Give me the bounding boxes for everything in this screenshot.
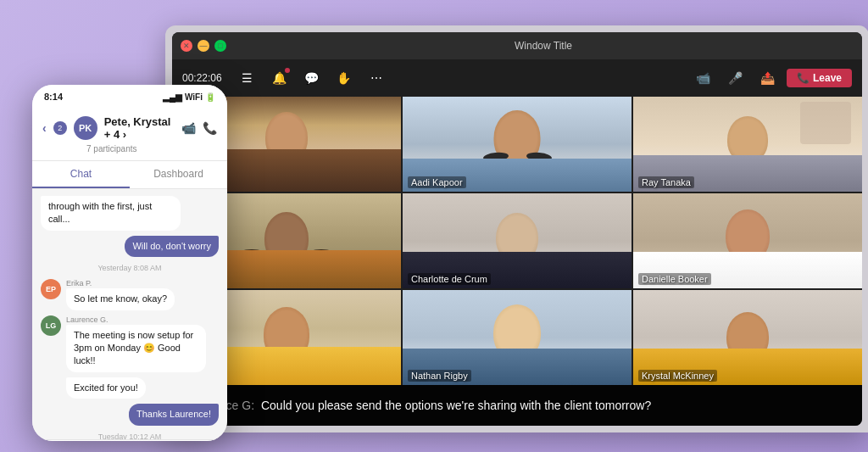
list-item: Will do, don't worry <box>41 236 219 257</box>
wifi-icon: WiFi <box>185 92 203 102</box>
chat-messages: through with the first, just call... Wil… <box>32 189 227 439</box>
chat-header-icons: 📹 📞 <box>181 121 217 135</box>
msg-avatar: EP <box>41 279 61 299</box>
leave-button[interactable]: 📞 Leave <box>787 69 852 87</box>
menu-icon-wrapper: ☰ <box>234 64 261 92</box>
participant-name-9: Krystal McKinney <box>638 370 717 382</box>
titlebar: ✕ — □ Window Title <box>172 32 862 59</box>
battery-icon: 🔋 <box>205 92 215 102</box>
msg-avatar: LG <box>41 315 61 336</box>
laptop-screen: ✕ — □ Window Title 00:22:06 ☰ 🔔 💬 ✋ ⋯ 📹 … <box>172 32 862 426</box>
call-timer: 00:22:06 <box>182 72 222 84</box>
msg-content: Will do, don't worry <box>125 236 219 257</box>
participant-name-8: Nathan Rigby <box>408 370 471 382</box>
participants-count: 7 participants <box>42 144 217 153</box>
msg-bubble: The meeting is now setup for 3pm on Mond… <box>66 325 206 372</box>
teams-toolbar: 00:22:06 ☰ 🔔 💬 ✋ ⋯ 📹 🎤 📤 📞 Leave <box>172 59 862 97</box>
close-button[interactable]: ✕ <box>181 40 192 52</box>
msg-sender: Erika P. <box>66 279 175 287</box>
chat-tabs: Chat Dashboard <box>32 161 227 189</box>
participant-name-5: Charlotte de Crum <box>408 273 491 285</box>
notification-icon[interactable]: 🔔 <box>266 64 293 92</box>
participant-name-6: Danielle Booker <box>638 273 711 285</box>
leave-label: Leave <box>813 72 842 84</box>
list-item: Thanks Laurence! <box>41 404 219 425</box>
participant-name-2: Aadi Kapoor <box>408 176 466 188</box>
caption-bar: Laurence G: Could you please send the op… <box>172 385 862 426</box>
chat-icon[interactable]: 💬 <box>298 64 326 92</box>
window-title: Window Title <box>233 40 854 52</box>
unread-badge: 2 <box>53 121 67 135</box>
tab-chat[interactable]: Chat <box>32 161 130 188</box>
participant-name-3: Ray Tanaka <box>638 176 694 188</box>
raise-hand-icon[interactable]: ✋ <box>331 64 358 92</box>
list-item: LG Laurence G. The meeting is now setup … <box>41 315 219 372</box>
caption-message: Could you please send the options we're … <box>261 399 651 412</box>
phone-time: 8:14 <box>44 92 63 102</box>
chat-header-top: ‹ 2 PK Pete, Krystal + 4 › 📹 📞 <box>42 115 217 141</box>
chat-header: ‹ 2 PK Pete, Krystal + 4 › 📹 📞 7 partici… <box>32 109 227 161</box>
window-controls: ✕ — □ <box>181 40 226 52</box>
video-call-icon[interactable]: 📹 <box>181 121 196 135</box>
phone-end-icon: 📞 <box>797 72 810 84</box>
msg-content: Laurence G. The meeting is now setup for… <box>66 315 206 372</box>
video-cell-9[interactable]: Krystal McKinney <box>633 290 862 385</box>
back-button[interactable]: ‹ <box>42 121 47 135</box>
camera-icon[interactable]: 📹 <box>690 64 717 92</box>
phone-mockup: 8:14 ▂▄▆ WiFi 🔋 ‹ 2 PK Pete, Krystal + 4… <box>32 85 227 441</box>
msg-bubble: through with the first, just call... <box>41 196 181 231</box>
msg-content: through with the first, just call... <box>41 196 181 231</box>
microphone-icon[interactable]: 🎤 <box>722 64 749 92</box>
chat-group-name: Pete, Krystal + 4 › <box>104 115 175 141</box>
video-grid: Aadi Kapoor Ray Tanaka <box>172 97 862 385</box>
msg-bubble: Will do, don't worry <box>125 236 219 257</box>
list-item: EP Erika P. So let me know, okay? <box>41 279 219 310</box>
minimize-button[interactable]: — <box>198 40 209 52</box>
msg-sender: Laurence G. <box>66 315 206 324</box>
video-cell-6[interactable]: Danielle Booker <box>633 193 862 288</box>
video-cell-5[interactable]: Charlotte de Crum <box>403 193 632 288</box>
share-screen-icon[interactable]: 📤 <box>754 64 782 92</box>
msg-bubble: Thanks Laurence! <box>129 404 219 425</box>
msg-content: Erika P. So let me know, okay? <box>66 279 175 310</box>
msg-bubble: So let me know, okay? <box>66 288 175 310</box>
group-avatar: PK <box>74 116 97 140</box>
video-cell-3[interactable]: Ray Tanaka <box>633 97 862 192</box>
list-item: Excited for you! <box>41 377 219 399</box>
laptop-mockup: ✕ — □ Window Title 00:22:06 ☰ 🔔 💬 ✋ ⋯ 📹 … <box>165 25 868 432</box>
notification-icon-wrapper: 🔔 <box>266 64 293 92</box>
date-divider: Tuesday 10:12 AM <box>41 432 219 439</box>
phone-status-bar: 8:14 ▂▄▆ WiFi 🔋 <box>32 85 227 109</box>
video-cell-2[interactable]: Aadi Kapoor <box>403 97 632 192</box>
msg-bubble: Excited for you! <box>66 377 146 399</box>
more-options-icon[interactable]: ⋯ <box>363 64 390 92</box>
voice-call-icon[interactable]: 📞 <box>203 121 217 135</box>
maximize-button[interactable]: □ <box>214 40 226 52</box>
status-icons: ▂▄▆ WiFi 🔋 <box>163 92 215 102</box>
msg-content: Excited for you! <box>66 377 146 399</box>
hamburger-icon[interactable]: ☰ <box>234 64 261 92</box>
tab-dashboard[interactable]: Dashboard <box>130 161 227 188</box>
msg-content: Thanks Laurence! <box>129 404 219 425</box>
list-item: through with the first, just call... <box>41 196 219 231</box>
date-divider: Yesterday 8:08 AM <box>41 264 219 272</box>
caption-text: Laurence G: Could you please send the op… <box>189 399 651 412</box>
signal-icon: ▂▄▆ <box>163 92 182 102</box>
video-cell-8[interactable]: Nathan Rigby <box>403 290 632 385</box>
chat-input-bar: ⊕ 😊 📎 🎤 <box>32 439 227 441</box>
